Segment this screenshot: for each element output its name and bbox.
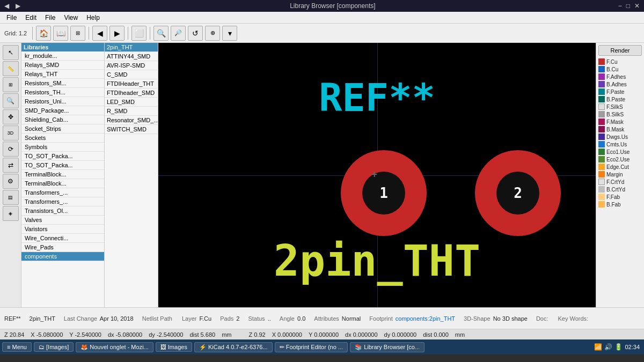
- left-btn-extra1[interactable]: ▤: [3, 190, 19, 205]
- layer-margin-label: Margin: [606, 172, 623, 178]
- left-btn-flip[interactable]: ⇄: [3, 158, 19, 173]
- toolbar-frame[interactable]: ⬜: [131, 26, 147, 41]
- layer-bsilks[interactable]: B.SilkS: [596, 110, 644, 118]
- toolbar-zoom-reset[interactable]: ↺: [188, 26, 203, 41]
- taskbar-app-1[interactable]: 🦊 Nouvel onglet - Mozi...: [76, 342, 153, 352]
- left-btn-grid[interactable]: ⊞: [3, 77, 19, 92]
- lib-item-17[interactable]: Transistors_Ol...: [21, 206, 104, 216]
- lib-item-16[interactable]: Transformers_...: [21, 197, 104, 206]
- left-btn-rotate[interactable]: ⟳: [3, 142, 19, 157]
- lib-item-8[interactable]: Socket_Strips: [21, 124, 104, 134]
- layer-bpaste[interactable]: B.Paste: [596, 95, 644, 103]
- title-bar-next[interactable]: ▶: [16, 2, 20, 10]
- layer-badhes[interactable]: B.Adhes: [596, 80, 644, 88]
- left-btn-extra2[interactable]: ◈: [3, 206, 19, 221]
- menu-file2[interactable]: File: [41, 13, 60, 23]
- toolbar-lib[interactable]: 📖: [53, 26, 68, 41]
- lib-item-4[interactable]: Resistors_TH...: [21, 88, 104, 97]
- lib-item-10[interactable]: Symbols: [21, 143, 104, 152]
- layer-fsilks[interactable]: F.SilkS: [596, 103, 644, 110]
- layer-bcrtyd[interactable]: B.CrtYd: [596, 186, 644, 193]
- layer-fadhes[interactable]: F.Adhes: [596, 73, 644, 80]
- lib-item-9[interactable]: Sockets: [21, 134, 104, 143]
- layer-edgecut[interactable]: Edge.Cut: [596, 163, 644, 171]
- minimize-btn[interactable]: −: [618, 2, 622, 10]
- taskbar-app-3[interactable]: ⚡ KiCad 4.0.7-e2-6376...: [194, 342, 273, 352]
- toolbar-home[interactable]: 🏠: [36, 26, 51, 41]
- layer-ffab[interactable]: F.Fab: [596, 193, 644, 201]
- lib-item-11[interactable]: TO_SOT_Packa...: [21, 152, 104, 161]
- lib-item-5[interactable]: Resistors_Uni...: [21, 97, 104, 106]
- comp-item-1[interactable]: ATTINY44_SMD: [105, 52, 158, 61]
- lib-item-1[interactable]: Relays_SMD: [21, 61, 104, 70]
- layer-fcrtyd[interactable]: F.CrtYd: [596, 178, 644, 186]
- lib-item-14[interactable]: TerminalBlock...: [21, 179, 104, 188]
- comp-item-6[interactable]: LED_SMD: [105, 98, 158, 107]
- lib-item-3[interactable]: Resistors_SM...: [21, 79, 104, 88]
- layer-bcu[interactable]: B.Cu: [596, 65, 644, 73]
- layer-margin[interactable]: Margin: [596, 171, 644, 178]
- lib-item-21[interactable]: Wire_Pads: [21, 243, 104, 252]
- comp-item-5[interactable]: FTDIheader_SMD: [105, 88, 158, 98]
- left-btn-move[interactable]: ✥: [3, 109, 19, 124]
- toolbar-zoom-fit[interactable]: ⊕: [205, 26, 220, 41]
- lib-item-18[interactable]: Valves: [21, 216, 104, 225]
- toolbar-next[interactable]: ▶: [109, 26, 125, 41]
- lib-item-7[interactable]: Shielding_Cab...: [21, 115, 104, 124]
- layer-cmts[interactable]: Cmts.Us: [596, 141, 644, 148]
- comp-item-3[interactable]: C_SMD: [105, 70, 158, 79]
- lib-item-19[interactable]: Varistors: [21, 225, 104, 234]
- lib-item-0[interactable]: kr_module...: [21, 51, 104, 61]
- comp-item-0[interactable]: 2pin_THT: [105, 43, 158, 52]
- layer-eco1[interactable]: Eco1.Use: [596, 148, 644, 156]
- comp-item-8[interactable]: Resonator_SMD_...: [105, 116, 158, 125]
- taskbar-app-2[interactable]: 🖼 Images: [156, 342, 192, 352]
- title-bar-prev[interactable]: ◀: [4, 2, 9, 10]
- toolbar-zoom-dropdown[interactable]: ▾: [222, 26, 237, 41]
- layer-fcrtyd-color: [598, 179, 605, 185]
- lib-item-12[interactable]: TO_SOT_Packa...: [21, 161, 104, 170]
- left-btn-3d[interactable]: 3D: [3, 125, 19, 141]
- render-button[interactable]: Render: [598, 45, 642, 56]
- toolbar-prev[interactable]: ◀: [92, 26, 107, 41]
- pad-1-number: 1: [379, 185, 388, 201]
- lib-item-15[interactable]: Transformers_...: [21, 188, 104, 197]
- toolbar-zoom-in[interactable]: 🔍: [153, 26, 169, 41]
- canvas-area[interactable]: REF** 1 2 2pin_THT +: [158, 43, 596, 307]
- taskbar-app-5[interactable]: 📚 Library Browser [co...: [350, 342, 425, 352]
- menu-edit[interactable]: Edit: [21, 13, 41, 23]
- comp-scroll[interactable]: 2pin_THT ATTINY44_SMD AVR-ISP-SMD C_SMD …: [105, 43, 158, 307]
- maximize-btn[interactable]: □: [626, 2, 630, 10]
- layer-eco2[interactable]: Eco2.Use: [596, 156, 644, 163]
- menu-file1[interactable]: File: [2, 13, 21, 23]
- layer-fcu[interactable]: F.Cu: [596, 58, 644, 65]
- lib-item-13[interactable]: TerminalBlock...: [21, 170, 104, 179]
- lib-scroll[interactable]: kr_module... Relays_SMD Relays_THT Resis…: [21, 51, 104, 307]
- menu-help[interactable]: Help: [82, 13, 104, 23]
- menu-view[interactable]: View: [60, 13, 82, 23]
- lib-item-22[interactable]: components: [21, 252, 104, 261]
- comp-item-9[interactable]: SWITCH_SMD: [105, 125, 158, 134]
- lib-item-6[interactable]: SMD_Package...: [21, 106, 104, 115]
- left-btn-settings[interactable]: ⚙: [3, 174, 19, 189]
- comp-item-2[interactable]: AVR-ISP-SMD: [105, 61, 158, 70]
- layer-fpaste[interactable]: F.Paste: [596, 88, 644, 95]
- layer-fmask[interactable]: F.Mask: [596, 118, 644, 125]
- left-btn-zoom[interactable]: 🔍: [3, 93, 19, 108]
- taskbar-app-0[interactable]: 🗂 [Images]: [34, 342, 74, 352]
- toolbar-zoom-out[interactable]: 🔎: [171, 26, 186, 41]
- layer-bfab[interactable]: B.Fab: [596, 201, 644, 208]
- toolbar-grid[interactable]: ⊞: [70, 26, 85, 41]
- left-btn-cursor[interactable]: ↖: [3, 45, 19, 60]
- netlist-label: Netlist Path: [142, 315, 172, 322]
- close-btn[interactable]: ✕: [634, 2, 640, 10]
- comp-item-4[interactable]: FTDIHeader_THT: [105, 79, 158, 88]
- left-btn-measure[interactable]: 📏: [3, 61, 19, 76]
- lib-item-20[interactable]: Wire_Connecti...: [21, 234, 104, 243]
- layer-bmask[interactable]: B.Mask: [596, 125, 644, 133]
- lib-item-2[interactable]: Relays_THT: [21, 70, 104, 79]
- taskbar-app-4[interactable]: ✏ Footprint Editor (no ...: [275, 342, 348, 352]
- layer-dwgs[interactable]: Dwgs.Us: [596, 133, 644, 141]
- comp-item-7[interactable]: R_SMD: [105, 107, 158, 116]
- taskbar-menu[interactable]: ≡ Menu: [2, 342, 32, 352]
